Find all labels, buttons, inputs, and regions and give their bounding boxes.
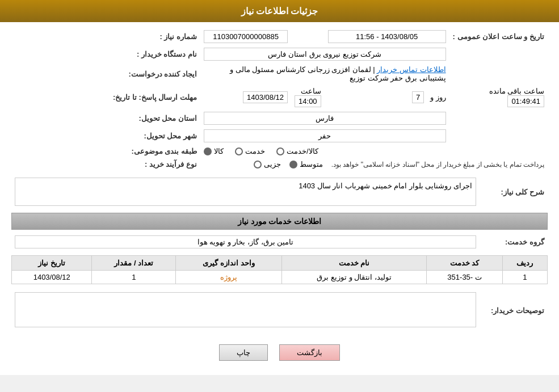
kala-label: کالا bbox=[214, 147, 224, 155]
col-header-qty: تعداد / مقدار bbox=[92, 256, 176, 271]
jozii-label: جزیی bbox=[264, 160, 281, 168]
creator-separator: | bbox=[371, 65, 375, 74]
col-header-row: ردیف bbox=[502, 256, 547, 271]
print-button[interactable]: چاپ bbox=[219, 344, 268, 361]
buyer-notes-textarea[interactable] bbox=[15, 292, 476, 327]
province-label: استان محل تحویل: bbox=[11, 109, 200, 127]
page-container: جزئیات اطلاعات نیاز تاریخ و ساعت اعلان ع… bbox=[0, 0, 559, 375]
row-date: 1403/08/12 bbox=[12, 271, 92, 284]
row-name: تولید، انتقال و توزیع برق bbox=[281, 271, 427, 284]
main-form-table: تاریخ و ساعت اعلان عمومی : 1403/08/05 - … bbox=[11, 28, 548, 171]
khidmat-radio[interactable] bbox=[235, 147, 243, 155]
service-group-value: تامین برق، گاز، بخار و تهویه هوا bbox=[15, 235, 476, 248]
col-header-unit: واحد اندازه گیری bbox=[176, 256, 281, 271]
purchase-note: پرداخت تمام یا بخشی از مبلغ خریدار از مح… bbox=[331, 161, 544, 168]
need-description-value: اجرای روشنایی بلوار امام خمینی شهرباب ان… bbox=[15, 178, 476, 206]
kala-khidmat-label: کالا/خدمت bbox=[287, 147, 318, 155]
row-code: ت -35-351 bbox=[427, 271, 502, 284]
main-content: تاریخ و ساعت اعلان عمومی : 1403/08/05 - … bbox=[0, 22, 559, 375]
page-title: جزئیات اطلاعات نیاز bbox=[241, 6, 318, 16]
province-value: فارس bbox=[204, 112, 446, 125]
row-qty: 1 bbox=[92, 271, 176, 284]
announce-date-value: 1403/08/05 - 11:56 bbox=[328, 30, 446, 43]
buyer-notes-table: توصیحات خریدار: bbox=[11, 290, 548, 331]
services-section-header: اطلاعات خدمات مورد نیاز bbox=[11, 213, 548, 230]
purchase-type-label: نوع فرآیند خرید : bbox=[11, 158, 200, 171]
response-deadline-label: مهلت ارسال پاسخ: تا تاریخ: bbox=[11, 85, 200, 109]
page-header: جزئیات اطلاعات نیاز bbox=[0, 0, 559, 22]
need-number-value: 1103007000000885 bbox=[204, 30, 288, 43]
category-kala: کالا bbox=[204, 147, 224, 155]
announce-date-label: تاریخ و ساعت اعلان عمومی : bbox=[449, 28, 548, 45]
category-khidmat: خدمت bbox=[235, 147, 265, 155]
category-label: طبقه بندی موضوعی: bbox=[11, 145, 200, 158]
description-table: شرح کلی نیاز: اجرای روشنایی بلوار امام خ… bbox=[11, 175, 548, 208]
category-kala-khidmat: کالا/خدمت bbox=[276, 147, 318, 155]
category-radio-group: کالا/خدمت خدمت کالا bbox=[204, 147, 446, 155]
remaining-value: 01:49:41 bbox=[507, 95, 544, 107]
creator-label: ایجاد کننده درخواست: bbox=[11, 63, 200, 85]
kala-radio[interactable] bbox=[204, 147, 212, 155]
buyer-station-value: شرکت توزیع نیروی برق استان فارس bbox=[204, 48, 446, 61]
row-number: 1 bbox=[502, 271, 547, 284]
need-number-label: شماره نیاز : bbox=[11, 28, 200, 45]
service-group-table: گروه خدمت: تامین برق، گاز، بخار و تهویه … bbox=[11, 233, 548, 251]
col-header-code: کد خدمت bbox=[427, 256, 502, 271]
col-header-name: نام خدمت bbox=[281, 256, 427, 271]
service-group-label: گروه خدمت: bbox=[480, 233, 548, 251]
city-value: حفر bbox=[204, 129, 446, 142]
creator-link[interactable]: اطلاعات تماس خریدار bbox=[377, 65, 445, 74]
services-table: ردیف کد خدمت نام خدمت واحد اندازه گیری ت… bbox=[11, 255, 548, 284]
buyer-station-label: نام دستگاه خریدار : bbox=[11, 45, 200, 63]
table-row: 1 ت -35-351 تولید، انتقال و توزیع برق پر… bbox=[12, 271, 548, 284]
mutawasit-radio[interactable] bbox=[289, 161, 297, 168]
response-date-value: 1403/08/12 bbox=[243, 91, 288, 103]
days-label: روز و bbox=[430, 93, 446, 102]
purchase-mutawasit: متوسط bbox=[289, 160, 323, 168]
col-header-date: تاریخ نیاز bbox=[12, 256, 92, 271]
time-value: 14:00 bbox=[295, 95, 321, 107]
city-label: شهر محل تحویل: bbox=[11, 127, 200, 145]
remaining-label: ساعت باقی مانده bbox=[489, 87, 544, 95]
buyer-notes-label: توصیحات خریدار: bbox=[480, 290, 548, 331]
button-row: بازگشت چاپ bbox=[11, 336, 548, 369]
jozii-radio[interactable] bbox=[254, 161, 262, 168]
purchase-jozii: جزیی bbox=[254, 160, 281, 168]
row-unit: پروژه bbox=[176, 271, 281, 284]
days-value: 7 bbox=[412, 91, 424, 103]
need-description-label: شرح کلی نیاز: bbox=[480, 175, 548, 208]
back-button[interactable]: بازگشت bbox=[279, 344, 340, 361]
time-label: ساعت bbox=[301, 87, 321, 95]
mutawasit-label: متوسط bbox=[300, 160, 323, 168]
khidmat-label: خدمت bbox=[245, 147, 265, 155]
kala-khidmat-radio[interactable] bbox=[276, 147, 284, 155]
